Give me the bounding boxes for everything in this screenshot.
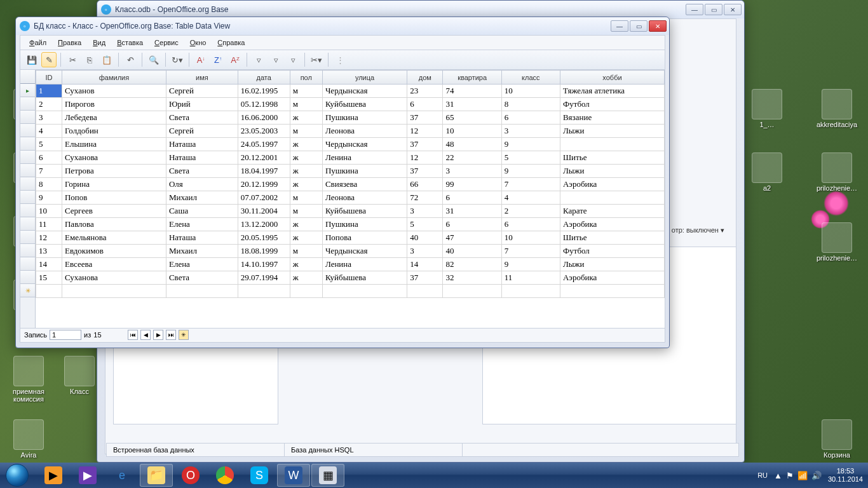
table-cell[interactable]: Емельянова — [62, 231, 166, 245]
row-gutter-cell[interactable] — [20, 164, 35, 177]
table-row[interactable]: 9ПоповМихаил07.07.2002мЛеонова7264 — [36, 191, 665, 205]
table-cell[interactable]: 9 — [501, 258, 560, 271]
table-cell[interactable]: 37 — [407, 111, 443, 125]
table-cell[interactable]: Пушкина — [322, 165, 407, 178]
table-row[interactable]: 8ГоринаОля20.12.1999жСвиязева66997Аэроби… — [36, 178, 665, 191]
table-cell[interactable]: Пирогов — [62, 98, 166, 111]
tray-clock[interactable]: 18:53 30.11.2014 — [828, 467, 863, 484]
table-cell[interactable]: Аэробика — [560, 178, 664, 191]
sort-desc-button[interactable]: Z↑ — [210, 52, 226, 67]
table-cell[interactable]: 4 — [36, 125, 62, 138]
desktop-icon[interactable]: Класс — [57, 356, 102, 395]
table-cell[interactable] — [560, 191, 664, 205]
row-gutter-cell[interactable]: ▸ — [20, 84, 35, 97]
table-cell[interactable] — [501, 285, 560, 298]
table-cell[interactable]: ж — [290, 111, 322, 125]
table-cell[interactable]: 16.02.1995 — [238, 85, 290, 98]
table-cell[interactable]: 20.12.2001 — [238, 151, 290, 165]
minimize-button[interactable]: — — [686, 4, 703, 15]
table-cell[interactable]: 13 — [36, 245, 62, 258]
table-cell[interactable]: Футбол — [560, 245, 664, 258]
table-cell[interactable] — [443, 285, 501, 298]
table-cell[interactable]: 7 — [501, 245, 560, 258]
column-header[interactable]: хобби — [560, 71, 664, 85]
table-cell[interactable]: Попова — [322, 231, 407, 245]
sort-button[interactable]: AZ — [227, 52, 243, 67]
table-cell[interactable]: м — [290, 85, 322, 98]
table-cell[interactable]: Михаил — [166, 191, 238, 205]
tray-lang[interactable]: RU — [757, 471, 768, 479]
data-grid[interactable]: ▸✳ IDфамилияимядатаполулицадомквартиракл… — [20, 70, 665, 328]
table-cell[interactable]: 40 — [443, 245, 501, 258]
table-cell[interactable]: Тяжелая атлетика — [560, 85, 664, 98]
table-cell[interactable]: Шитье — [560, 151, 664, 165]
table-cell[interactable]: Пушкина — [322, 111, 407, 125]
save-button[interactable]: 💾 — [24, 52, 39, 67]
table-cell[interactable]: 23.05.2003 — [238, 125, 290, 138]
table-cell[interactable]: 72 — [407, 191, 443, 205]
copy-button[interactable]: ⎘ — [82, 52, 97, 67]
table-cell[interactable]: 10 — [501, 85, 560, 98]
remove-filter-button[interactable]: ✂▾ — [309, 52, 324, 67]
table-cell[interactable]: Наташа — [166, 231, 238, 245]
desktop-icon[interactable]: akkreditaciya — [815, 89, 859, 128]
table-cell[interactable]: Лыжи — [560, 258, 664, 271]
table-cell[interactable]: Павлова — [62, 218, 166, 231]
table-cell[interactable]: ж — [290, 271, 322, 285]
table-cell[interactable]: Саша — [166, 205, 238, 218]
table-cell[interactable]: Сергей — [166, 125, 238, 138]
table-cell[interactable]: 7 — [501, 178, 560, 191]
table-cell[interactable]: 2 — [501, 205, 560, 218]
table-cell[interactable]: 99 — [443, 178, 501, 191]
table-cell[interactable]: 6 — [501, 218, 560, 231]
taskbar-explorer[interactable]: 📁 — [140, 464, 173, 487]
taskbar-ie[interactable]: e — [105, 464, 139, 487]
table-cell[interactable]: 3 — [36, 111, 62, 125]
desktop-icon[interactable]: a2 — [745, 152, 789, 192]
taskbar-skype[interactable]: S — [243, 464, 276, 487]
table-cell[interactable]: 8 — [501, 98, 560, 111]
table-cell[interactable]: Свиязева — [322, 178, 407, 191]
taskbar-videoplayer[interactable]: ▶ — [71, 464, 104, 487]
tray-network-icon[interactable]: 📶 — [797, 471, 808, 480]
table-cell[interactable]: 12 — [36, 231, 62, 245]
table-cell[interactable]: Петрова — [62, 165, 166, 178]
table-cell[interactable] — [560, 138, 664, 151]
grip-icon[interactable]: ⋮ — [332, 52, 348, 67]
table-cell[interactable]: 31 — [443, 205, 501, 218]
table-cell[interactable]: 12 — [407, 125, 443, 138]
table-cell[interactable]: 20.12.1999 — [238, 178, 290, 191]
table-cell[interactable]: Света — [166, 111, 238, 125]
table-cell[interactable]: 66 — [407, 178, 443, 191]
table-cell[interactable]: 10 — [36, 205, 62, 218]
table-cell[interactable]: Елена — [166, 258, 238, 271]
table-cell[interactable]: 11 — [501, 271, 560, 285]
maximize-button[interactable]: ▭ — [630, 20, 648, 32]
table-cell[interactable]: ж — [290, 178, 322, 191]
cut-button[interactable]: ✂ — [65, 52, 80, 67]
maximize-button[interactable]: ▭ — [705, 4, 722, 15]
table-cell[interactable]: 14 — [36, 258, 62, 271]
table-cell[interactable]: 23 — [407, 85, 443, 98]
recnav-current-input[interactable] — [50, 330, 81, 340]
table-cell[interactable]: ж — [290, 165, 322, 178]
table-cell[interactable]: 9 — [36, 191, 62, 205]
recnav-next-button[interactable]: ▶ — [153, 330, 163, 340]
table-cell[interactable]: 12 — [407, 151, 443, 165]
table-cell[interactable]: 22 — [443, 151, 501, 165]
table-cell[interactable]: Ленина — [322, 151, 407, 165]
table-cell[interactable]: Евдокимов — [62, 245, 166, 258]
edit-mode-button[interactable]: ✎ — [41, 52, 57, 67]
column-header[interactable]: класс — [501, 71, 560, 85]
table-cell[interactable] — [560, 285, 664, 298]
table-cell[interactable]: м — [290, 125, 322, 138]
table-row[interactable]: 7ПетроваСвета18.04.1997жПушкина3739Лыжи — [36, 165, 665, 178]
standardfilter-button[interactable]: ▿ — [268, 52, 283, 67]
undo-button[interactable]: ↶ — [123, 52, 138, 67]
table-cell[interactable]: м — [290, 191, 322, 205]
table-cell[interactable]: 37 — [407, 271, 443, 285]
table-cell[interactable]: 82 — [443, 258, 501, 271]
table-cell[interactable]: Аэробика — [560, 271, 664, 285]
table-cell[interactable]: 5 — [36, 138, 62, 151]
recnav-first-button[interactable]: ⏮ — [128, 330, 138, 340]
